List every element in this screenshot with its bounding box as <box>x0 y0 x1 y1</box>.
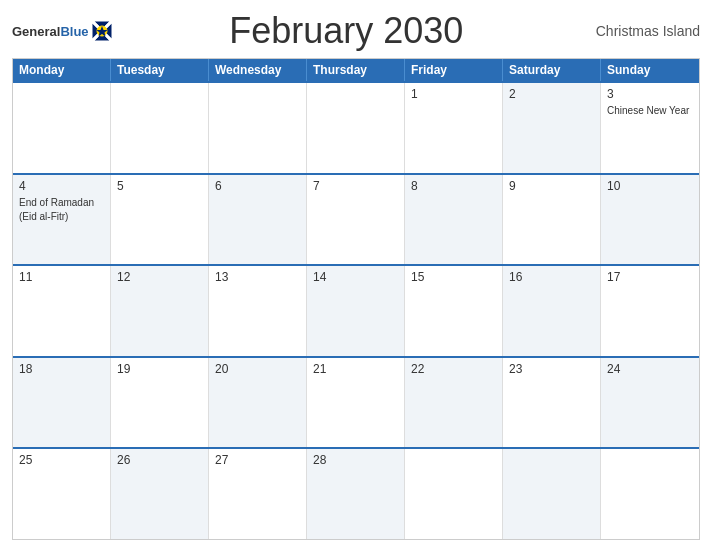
calendar-cell: 21 <box>307 358 405 448</box>
day-number: 13 <box>215 270 300 284</box>
calendar-cell: 6 <box>209 175 307 265</box>
calendar-cell: 5 <box>111 175 209 265</box>
calendar-cell: 1 <box>405 83 503 173</box>
calendar-header-friday: Friday <box>405 59 503 81</box>
day-number: 4 <box>19 179 104 193</box>
calendar-header-wednesday: Wednesday <box>209 59 307 81</box>
day-number: 11 <box>19 270 104 284</box>
calendar-header-saturday: Saturday <box>503 59 601 81</box>
calendar-week-5: 25262728 <box>13 447 699 539</box>
calendar-cell: 22 <box>405 358 503 448</box>
day-number: 5 <box>117 179 202 193</box>
day-number: 24 <box>607 362 693 376</box>
calendar-cell: 7 <box>307 175 405 265</box>
calendar-cell: 12 <box>111 266 209 356</box>
day-number: 10 <box>607 179 693 193</box>
calendar-cell: 8 <box>405 175 503 265</box>
calendar-cell <box>307 83 405 173</box>
calendar-cell: 24 <box>601 358 699 448</box>
calendar-cell: 15 <box>405 266 503 356</box>
calendar-cell: 28 <box>307 449 405 539</box>
day-number: 26 <box>117 453 202 467</box>
day-number: 23 <box>509 362 594 376</box>
logo-general-text: General <box>12 25 60 38</box>
calendar-cell: 10 <box>601 175 699 265</box>
day-number: 16 <box>509 270 594 284</box>
calendar-cell: 26 <box>111 449 209 539</box>
day-number: 8 <box>411 179 496 193</box>
day-number: 18 <box>19 362 104 376</box>
day-number: 15 <box>411 270 496 284</box>
calendar-header-row: MondayTuesdayWednesdayThursdayFridaySatu… <box>13 59 699 81</box>
calendar-week-2: 4End of Ramadan (Eid al-Fitr)5678910 <box>13 173 699 265</box>
logo-flag-icon <box>91 20 113 42</box>
calendar-cell: 27 <box>209 449 307 539</box>
calendar-cell: 3Chinese New Year <box>601 83 699 173</box>
logo: General Blue <box>12 20 113 42</box>
calendar-body: 123Chinese New Year4End of Ramadan (Eid … <box>13 81 699 539</box>
calendar-cell: 25 <box>13 449 111 539</box>
page-container: General Blue February 2030 Christmas Isl… <box>0 0 712 550</box>
calendar-week-4: 18192021222324 <box>13 356 699 448</box>
calendar-cell <box>405 449 503 539</box>
day-number: 19 <box>117 362 202 376</box>
calendar-cell: 9 <box>503 175 601 265</box>
calendar-header-thursday: Thursday <box>307 59 405 81</box>
day-number: 12 <box>117 270 202 284</box>
day-number: 3 <box>607 87 693 101</box>
day-number: 22 <box>411 362 496 376</box>
calendar: MondayTuesdayWednesdayThursdayFridaySatu… <box>12 58 700 540</box>
calendar-header-sunday: Sunday <box>601 59 699 81</box>
calendar-cell <box>601 449 699 539</box>
day-event: Chinese New Year <box>607 105 689 116</box>
day-number: 9 <box>509 179 594 193</box>
calendar-header-monday: Monday <box>13 59 111 81</box>
calendar-cell: 2 <box>503 83 601 173</box>
calendar-week-1: 123Chinese New Year <box>13 81 699 173</box>
calendar-cell: 18 <box>13 358 111 448</box>
day-number: 21 <box>313 362 398 376</box>
region-label: Christmas Island <box>580 23 700 39</box>
calendar-cell <box>111 83 209 173</box>
page-header: General Blue February 2030 Christmas Isl… <box>12 10 700 52</box>
calendar-cell: 19 <box>111 358 209 448</box>
day-event: End of Ramadan (Eid al-Fitr) <box>19 197 94 222</box>
calendar-cell <box>503 449 601 539</box>
calendar-cell <box>209 83 307 173</box>
calendar-cell: 16 <box>503 266 601 356</box>
calendar-week-3: 11121314151617 <box>13 264 699 356</box>
calendar-cell: 17 <box>601 266 699 356</box>
calendar-cell: 14 <box>307 266 405 356</box>
calendar-cell <box>13 83 111 173</box>
day-number: 6 <box>215 179 300 193</box>
day-number: 25 <box>19 453 104 467</box>
calendar-cell: 11 <box>13 266 111 356</box>
calendar-cell: 13 <box>209 266 307 356</box>
day-number: 14 <box>313 270 398 284</box>
calendar-title: February 2030 <box>113 10 580 52</box>
calendar-cell: 4End of Ramadan (Eid al-Fitr) <box>13 175 111 265</box>
logo-blue-text: Blue <box>60 25 88 38</box>
day-number: 2 <box>509 87 594 101</box>
day-number: 1 <box>411 87 496 101</box>
day-number: 28 <box>313 453 398 467</box>
day-number: 27 <box>215 453 300 467</box>
day-number: 17 <box>607 270 693 284</box>
day-number: 20 <box>215 362 300 376</box>
calendar-cell: 20 <box>209 358 307 448</box>
day-number: 7 <box>313 179 398 193</box>
calendar-cell: 23 <box>503 358 601 448</box>
calendar-header-tuesday: Tuesday <box>111 59 209 81</box>
